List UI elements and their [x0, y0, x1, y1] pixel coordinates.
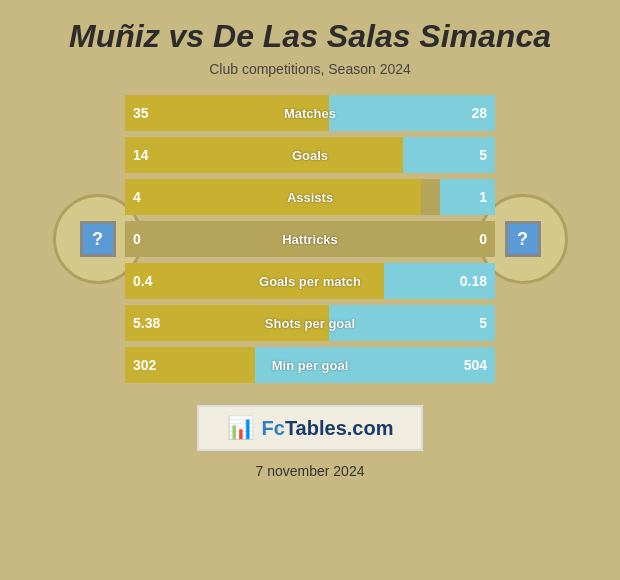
stats-container: 35Matches2814Goals54Assists10Hattricks00…	[125, 95, 495, 383]
stat-value-left: 35	[133, 105, 149, 121]
stat-value-left: 0.4	[133, 273, 152, 289]
stat-row: 5.38Shots per goal5	[125, 305, 495, 341]
stat-label-center: Shots per goal	[265, 316, 355, 331]
stat-row: 0Hattricks0	[125, 221, 495, 257]
stat-bar-bg: 35Matches28	[125, 95, 495, 131]
logo-text: FcFcTables.comTables.com	[262, 417, 394, 440]
footer-date: 7 november 2024	[256, 463, 365, 479]
stat-bar-bg: 0.4Goals per match0.18	[125, 263, 495, 299]
comparison-area: ? 35Matches2814Goals54Assists10Hattricks…	[10, 95, 610, 383]
stat-value-left: 0	[133, 231, 141, 247]
stat-label-center: Matches	[284, 106, 336, 121]
stat-row: 14Goals5	[125, 137, 495, 173]
bar-left	[125, 137, 403, 173]
stat-bar-bg: 5.38Shots per goal5	[125, 305, 495, 341]
page-wrapper: Muñiz vs De Las Salas Simanca Club compe…	[0, 0, 620, 580]
right-avatar-area: ?	[495, 194, 550, 284]
stat-label-center: Assists	[287, 190, 333, 205]
stat-value-right: 1	[479, 189, 487, 205]
stat-row: 4Assists1	[125, 179, 495, 215]
stat-label-center: Goals per match	[259, 274, 361, 289]
stat-value-left: 4	[133, 189, 141, 205]
stat-row: 35Matches28	[125, 95, 495, 131]
stat-row: 302Min per goal504	[125, 347, 495, 383]
stat-label-center: Min per goal	[272, 358, 349, 373]
stat-label-center: Goals	[292, 148, 328, 163]
left-avatar-icon: ?	[80, 221, 116, 257]
stat-value-left: 5.38	[133, 315, 160, 331]
stat-value-left: 14	[133, 147, 149, 163]
main-title: Muñiz vs De Las Salas Simanca	[69, 18, 551, 55]
stat-label-center: Hattricks	[282, 232, 338, 247]
logo-chart-icon: 📊	[227, 415, 254, 441]
stat-bar-bg: 302Min per goal504	[125, 347, 495, 383]
stat-bar-bg: 0Hattricks0	[125, 221, 495, 257]
bar-right	[329, 95, 496, 131]
stat-bar-bg: 4Assists1	[125, 179, 495, 215]
subtitle: Club competitions, Season 2024	[209, 61, 411, 77]
right-avatar-icon: ?	[505, 221, 541, 257]
stat-value-right: 504	[464, 357, 487, 373]
stat-value-left: 302	[133, 357, 156, 373]
stat-value-right: 0	[479, 231, 487, 247]
bar-left	[125, 179, 421, 215]
left-avatar-area: ?	[70, 194, 125, 284]
stat-value-right: 5	[479, 147, 487, 163]
footer-logo: 📊 FcFcTables.comTables.com	[197, 405, 424, 451]
stat-value-right: 5	[479, 315, 487, 331]
stat-value-right: 28	[471, 105, 487, 121]
stat-value-right: 0.18	[460, 273, 487, 289]
stat-bar-bg: 14Goals5	[125, 137, 495, 173]
stat-row: 0.4Goals per match0.18	[125, 263, 495, 299]
